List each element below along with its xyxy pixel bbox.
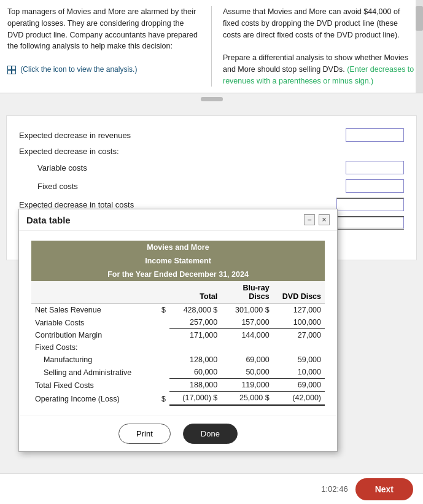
operating-label: Operating Income (Loss) [31,392,155,405]
selling-bluray: 50,000 [221,366,273,379]
operating-dollar: $ [155,392,169,405]
next-button[interactable]: Next [355,478,413,500]
right-scrollbar[interactable] [416,0,423,93]
net-sales-label: Net Sales Revenue [31,304,155,317]
col-dvd-header: DVD Discs [273,281,325,304]
minimize-button[interactable]: − [304,214,315,225]
net-sales-bluray: 301,000 $ [221,304,273,317]
icon-link[interactable]: (Click the icon to view the analysis.) [7,65,137,74]
question-right: Assume that Movies and More can avoid $4… [223,6,416,87]
divider-handle[interactable] [201,97,223,101]
table-header-company: Movies and More [31,241,325,254]
svg-rect-3 [12,71,15,74]
period-cell: For the Year Ended December 31, 2024 [31,268,325,281]
manufacturing-label: Manufacturing [31,354,155,366]
data-table-container: Movies and More Income Statement For the… [19,231,337,416]
modal-controls: − × [304,214,330,225]
timer: 1:02:46 [321,484,347,494]
manufacturing-dvd: 59,000 [273,354,325,366]
total-costs-label: Expected decrease in total costs [19,200,336,209]
close-button[interactable]: × [319,214,330,225]
question-area: Top managers of Movies and More are alar… [0,0,423,93]
done-button[interactable]: Done [183,424,238,444]
fixed-costs-input[interactable] [346,179,404,193]
scrollbar-thumb[interactable] [416,6,423,31]
question-left: Top managers of Movies and More are alar… [7,6,200,87]
income-table: Movies and More Income Statement For the… [31,241,325,406]
contribution-total: 171,000 [169,329,221,342]
table-row-operating: Operating Income (Loss) $ (17,000) $ 25,… [31,392,325,405]
operating-dvd: (42,000) [273,392,325,405]
svg-rect-2 [8,71,11,74]
manufacturing-total: 128,000 [169,354,221,366]
contribution-label: Contribution Margin [31,329,155,342]
table-col-headers: Total Blu-ray Discs DVD Discs [31,281,325,304]
col-total-header: Total [169,281,221,304]
fixed-costs-section-label: Fixed Costs: [31,341,155,354]
icon-link-text[interactable]: (Click the icon to view the analysis.) [20,65,137,74]
total-fixed-total: 188,000 [169,379,221,392]
table-row-total-fixed: Total Fixed Costs 188,000 119,000 69,000 [31,379,325,392]
selling-total: 60,000 [169,366,221,379]
variable-label: Variable Costs [31,316,155,329]
net-sales-dvd: 127,000 [273,304,325,317]
svg-rect-1 [12,66,15,69]
contribution-dvd: 27,000 [273,329,325,342]
selling-dvd: 10,000 [273,366,325,379]
variable-costs-row: Variable costs [19,161,404,174]
divider [0,93,423,104]
bottom-bar: 1:02:46 Next [0,473,423,504]
table-header-statement: Income Statement [31,254,325,268]
operating-income-right [336,216,404,230]
variable-costs-input[interactable] [346,161,404,174]
revenues-row: Expected decrease in revenues [19,128,404,142]
table-row-selling: Selling and Administrative 60,000 50,000… [31,366,325,379]
total-fixed-dvd: 69,000 [273,379,325,392]
variable-total: 257,000 [169,316,221,329]
operating-total: (17,000) $ [169,392,221,405]
total-fixed-label: Total Fixed Costs [31,379,155,392]
selling-label: Selling and Administrative [31,366,155,379]
table-row-manufacturing: Manufacturing 128,000 69,000 59,000 [31,354,325,366]
total-costs-input[interactable] [336,198,404,211]
table-row-net-sales: Net Sales Revenue $ 428,000 $ 301,000 $ … [31,304,325,317]
operating-income-input[interactable] [336,216,404,230]
net-sales-dollar: $ [155,304,169,317]
modal-footer: Print Done [19,416,337,451]
col-dollar-header [155,281,169,304]
operating-bluray: 25,000 $ [221,392,273,405]
fixed-costs-row: Fixed costs [19,179,404,193]
modal-titlebar: Data table − × [19,209,337,231]
question-right-text1: Assume that Movies and More can avoid $4… [223,7,400,39]
statement-type-cell: Income Statement [31,254,325,268]
variable-costs-label: Variable costs [37,163,346,173]
contribution-dollar [155,329,169,342]
costs-header-row: Expected decrease in costs: [19,147,404,156]
table-row-variable: Variable Costs 257,000 157,000 100,000 [31,316,325,329]
contribution-bluray: 144,000 [221,329,273,342]
total-fixed-bluray: 119,000 [221,379,273,392]
net-sales-total: 428,000 $ [169,304,221,317]
print-button[interactable]: Print [118,424,171,444]
grid-icon [7,66,16,74]
variable-dollar [155,316,169,329]
revenues-label: Expected decrease in revenues [19,131,346,140]
question-left-text: Top managers of Movies and More are alar… [7,7,198,50]
costs-header-label: Expected decrease in costs: [19,147,404,156]
revenues-input[interactable] [346,128,404,142]
table-row-contribution: Contribution Margin 171,000 144,000 27,0… [31,329,325,342]
company-name-cell: Movies and More [31,241,325,254]
table-header-period: For the Year Ended December 31, 2024 [31,268,325,281]
fixed-costs-label: Fixed costs [37,182,346,191]
variable-dvd: 100,000 [273,316,325,329]
variable-bluray: 157,000 [221,316,273,329]
table-row-fixed-label: Fixed Costs: [31,341,325,354]
manufacturing-bluray: 69,000 [221,354,273,366]
data-table-modal: Data table − × Movies and More Income St… [18,209,338,452]
modal-title: Data table [26,215,71,225]
col-bluray-header: Blu-ray Discs [221,281,273,304]
col-label-header [31,281,155,304]
svg-rect-0 [8,66,11,69]
